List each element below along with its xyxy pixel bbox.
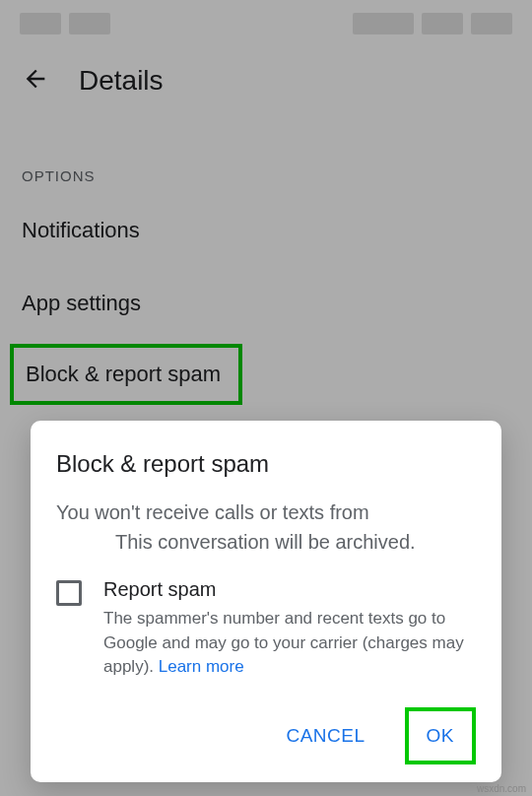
cancel-button[interactable]: CANCEL — [268, 711, 382, 761]
dialog-body-line1: You won't receive calls or texts from — [56, 501, 369, 523]
ok-button[interactable]: OK — [405, 707, 476, 764]
report-spam-row: Report spam The spammer's number and rec… — [56, 578, 476, 680]
learn-more-link[interactable]: Learn more — [159, 657, 244, 676]
dialog-body-line2: This conversation will be archived. — [56, 527, 476, 557]
block-report-dialog: Block & report spam You won't receive ca… — [31, 421, 501, 782]
report-spam-label: Report spam — [103, 578, 476, 601]
report-spam-checkbox[interactable] — [56, 580, 82, 606]
checkbox-content: Report spam The spammer's number and rec… — [103, 578, 476, 680]
dialog-title: Block & report spam — [56, 450, 476, 478]
details-screen: Details OPTIONS Notifications App settin… — [0, 0, 532, 796]
dialog-body: You won't receive calls or texts from Th… — [56, 498, 476, 557]
site-watermark: wsxdn.com — [477, 783, 526, 794]
report-spam-description: The spammer's number and recent texts go… — [103, 607, 476, 680]
dialog-actions: CANCEL OK — [56, 707, 476, 764]
modal-overlay: Block & report spam You won't receive ca… — [0, 0, 532, 796]
